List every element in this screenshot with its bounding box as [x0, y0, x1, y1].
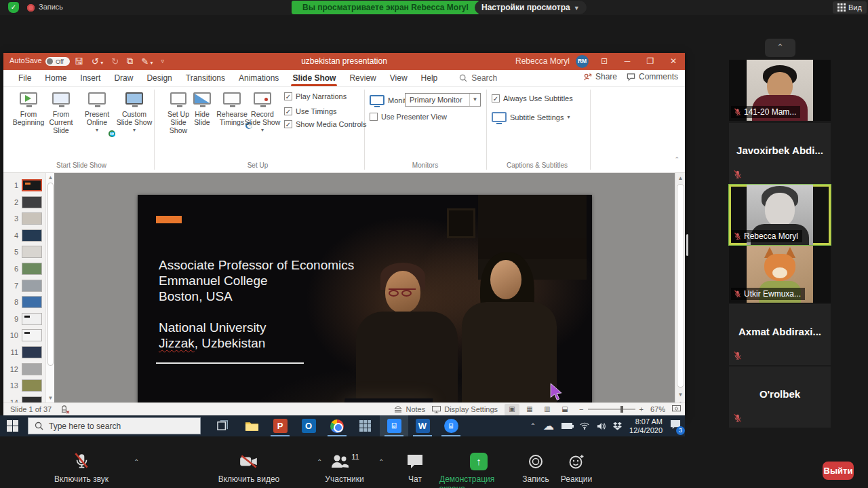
from-beginning-button[interactable]: From Beginning	[12, 89, 45, 126]
start-video-button[interactable]: Включить видео	[184, 451, 313, 484]
outlook-button[interactable]: O	[294, 415, 323, 436]
slide-thumbnail-11[interactable]: 11	[3, 344, 45, 360]
present-online-button[interactable]: 🌐 Present Online▾	[79, 89, 115, 134]
collapse-ribbon-icon[interactable]: ⌃	[674, 156, 679, 163]
slide-text-block[interactable]: Associate Professor of Economics Emmanue…	[159, 257, 354, 351]
tab-insert[interactable]: Insert	[73, 71, 107, 86]
onedrive-icon[interactable]: ☁	[543, 419, 554, 432]
task-view-button[interactable]	[209, 415, 237, 436]
scroll-down-icon[interactable]: ▼	[46, 395, 55, 401]
battery-icon[interactable]	[561, 423, 572, 429]
word-button[interactable]: W	[408, 415, 437, 436]
close-button[interactable]: ✕	[662, 53, 685, 70]
participant-tile[interactable]: Axmat Abdiraxi...	[729, 304, 831, 365]
spellcheck-icon[interactable]	[61, 405, 70, 414]
scroll-up-icon[interactable]: ▲	[46, 174, 55, 181]
slide-thumbnail-9[interactable]: 9	[3, 311, 45, 327]
zoom-in-icon[interactable]: +	[639, 405, 644, 413]
show-media-controls-checkbox[interactable]: ✓Show Media Controls	[284, 120, 367, 128]
security-shield-icon[interactable]: ✓	[8, 2, 19, 13]
share-button[interactable]: Share	[583, 72, 617, 81]
powerpoint-button[interactable]: P	[266, 415, 294, 436]
normal-view-button[interactable]: ▣	[505, 404, 519, 415]
slide-thumbnail-10[interactable]: 10	[3, 327, 45, 343]
start-button[interactable]	[7, 420, 18, 432]
always-use-subtitles-checkbox[interactable]: ✓Always Use Subtitles	[492, 94, 573, 102]
thumbnails-scrollbar[interactable]: ▲ ▼	[45, 173, 54, 402]
tab-slide-show[interactable]: Slide Show	[285, 71, 342, 86]
audio-options-chevron[interactable]: ⌃	[134, 458, 139, 466]
collapse-panel-button[interactable]: ⌃	[765, 39, 795, 57]
tab-draw[interactable]: Draw	[107, 71, 140, 86]
play-narrations-checkbox[interactable]: ✓Play Narrations	[284, 92, 347, 100]
monitor-dropdown[interactable]: Primary Monitor ▼	[405, 93, 481, 107]
participant-tile[interactable]: Utkir Ewmuxa...	[729, 246, 831, 303]
view-options-button[interactable]: Настройки просмотра▼	[475, 1, 587, 14]
participant-tile-active-speaker[interactable]: Rebecca Moryl	[729, 185, 831, 245]
tab-home[interactable]: Home	[38, 71, 73, 86]
fit-to-window-icon[interactable]	[672, 405, 681, 413]
slide-thumbnail-3[interactable]: 3	[3, 210, 45, 227]
taskbar-search[interactable]: Type here to search	[28, 417, 201, 434]
zoom-out-icon[interactable]: −	[579, 405, 583, 413]
tab-design[interactable]: Design	[140, 71, 178, 86]
chrome-button[interactable]	[323, 415, 351, 436]
participant-tile[interactable]: 141-20 Mam...	[729, 60, 831, 121]
participants-options-chevron[interactable]: ⌃	[378, 458, 384, 466]
slide-thumbnail-1[interactable]: 1	[3, 177, 45, 193]
zoom-meeting-button[interactable]: ⌻	[437, 415, 465, 436]
hide-slide-button[interactable]: Hide Slide	[188, 89, 216, 126]
from-current-slide-button[interactable]: From Current Slide	[41, 89, 81, 134]
subtitle-settings-button[interactable]: Subtitle Settings▾	[492, 112, 570, 122]
slide-thumbnail-6[interactable]: 6	[3, 261, 45, 277]
display-settings-button[interactable]: Display Settings	[432, 405, 498, 413]
scrollbar-thumb[interactable]	[677, 184, 684, 388]
zoom-percent[interactable]: 67%	[650, 405, 665, 413]
scrollbar-thumb[interactable]	[47, 183, 54, 366]
tab-view[interactable]: View	[383, 71, 414, 86]
scroll-up-icon[interactable]: ▲	[675, 175, 686, 181]
zoom-slider[interactable]	[588, 409, 635, 410]
tab-transitions[interactable]: Transitions	[179, 71, 232, 86]
tab-file[interactable]: File	[12, 71, 38, 86]
slide-thumbnail-12[interactable]: 12	[3, 361, 45, 377]
restore-button[interactable]: ❐	[639, 53, 662, 70]
leave-meeting-button[interactable]: Выйти	[823, 462, 854, 480]
unmute-button[interactable]: Включить звук	[17, 451, 146, 484]
file-explorer-button[interactable]	[237, 415, 266, 436]
action-center-button[interactable]: 3	[670, 419, 681, 432]
speaker-icon[interactable]	[597, 422, 606, 430]
reactions-button[interactable]: Реакции	[553, 451, 600, 484]
use-timings-checkbox[interactable]: ✓Use Timings	[284, 107, 337, 115]
account-avatar[interactable]: RM	[576, 55, 589, 68]
notes-button[interactable]: Notes	[394, 405, 425, 413]
tray-expand-icon[interactable]: ⌃	[530, 422, 536, 430]
taskbar-clock[interactable]: 8:07 AM12/4/2020	[629, 417, 663, 435]
record-slide-show-button[interactable]: Record Slide Show▾	[243, 89, 281, 134]
zoom-app-button[interactable]: ⌻	[380, 415, 408, 436]
share-screen-button[interactable]: ↑ Демонстрация экрана	[439, 451, 518, 488]
slide-thumbnail-4[interactable]: 4	[3, 227, 45, 244]
tab-help[interactable]: Help	[414, 71, 445, 86]
slide-thumbnail-13[interactable]: 13	[3, 377, 45, 394]
view-button[interactable]: Вид	[833, 1, 867, 14]
ribbon-search[interactable]: Search	[459, 73, 497, 83]
participant-tile[interactable]: Javoxirbek Abdi...	[729, 123, 831, 184]
use-presenter-view-checkbox[interactable]: Use Presenter View	[370, 113, 447, 121]
chat-button[interactable]: Чат	[391, 451, 439, 484]
custom-slide-show-button[interactable]: Custom Slide Show▾	[115, 89, 154, 134]
slide-thumbnail-5[interactable]: 5	[3, 244, 45, 260]
calculator-button[interactable]	[351, 415, 380, 436]
participant-tile[interactable]: O'rolbek	[729, 367, 831, 428]
slide-sorter-view-button[interactable]: ▦	[522, 404, 537, 415]
slideshow-view-button[interactable]: ⬓	[557, 404, 572, 415]
wifi-icon[interactable]	[580, 422, 589, 430]
slide-thumbnail-14[interactable]: 14	[3, 394, 45, 402]
slide-scrollbar[interactable]: ▲ ▼ ≛ ⌄	[675, 173, 685, 402]
slide-thumbnail-2[interactable]: 2	[3, 194, 45, 210]
zoom-slider-thumb[interactable]	[620, 406, 623, 413]
slide-thumbnail-8[interactable]: 8	[3, 294, 45, 310]
slide-thumbnail-7[interactable]: 7	[3, 278, 45, 294]
account-name[interactable]: Rebecca Moryl	[515, 56, 570, 66]
scroll-down-icon[interactable]: ▼	[675, 392, 686, 398]
